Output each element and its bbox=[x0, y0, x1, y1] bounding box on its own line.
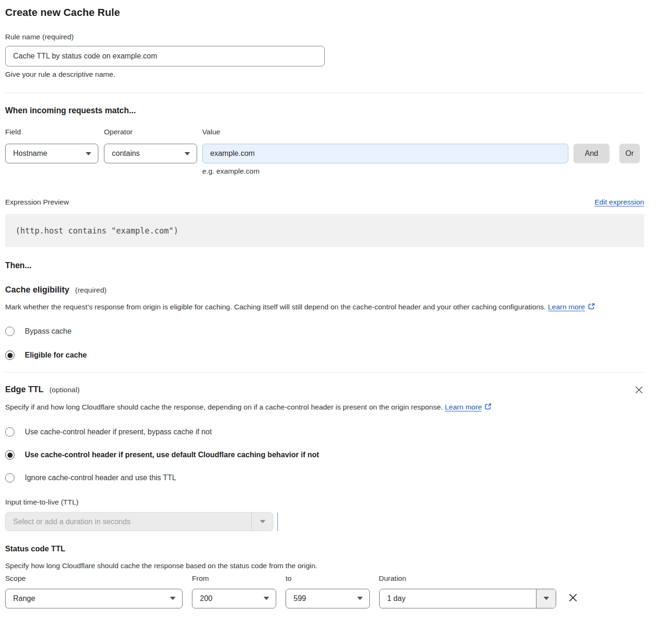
radio-selected[interactable] bbox=[5, 450, 15, 460]
divider bbox=[5, 372, 644, 373]
radio-option-use-header-bypass[interactable]: Use cache-control header if present, byp… bbox=[5, 427, 644, 437]
field-select[interactable]: Hostname bbox=[5, 144, 98, 163]
duration-select[interactable]: 1 day bbox=[379, 589, 556, 608]
then-heading: Then... bbox=[5, 261, 644, 271]
radio-label: Use cache-control header if present, use… bbox=[25, 451, 319, 459]
radio-selected[interactable] bbox=[5, 351, 15, 360]
learn-more-link[interactable]: Learn more bbox=[548, 303, 585, 311]
scope-select-value: Range bbox=[13, 594, 35, 603]
edge-ttl-description: Specify if and how long Cloudflare shoul… bbox=[5, 403, 443, 411]
expression-code-box: (http.host contains "example.com") bbox=[5, 214, 644, 247]
radio-label: Use cache-control header if present, byp… bbox=[25, 428, 212, 436]
ttl-duration-select[interactable]: Select or add a duration in seconds bbox=[5, 512, 273, 531]
divider bbox=[5, 93, 644, 93]
learn-more-link[interactable]: Learn more bbox=[445, 403, 482, 411]
chevron-down-icon bbox=[184, 152, 190, 155]
scope-label: Scope bbox=[5, 574, 192, 583]
status-code-ttl-description: Specify how long Cloudflare should cache… bbox=[5, 559, 644, 572]
chevron-down-icon bbox=[264, 597, 269, 600]
ttl-input-label: Input time-to-live (TTL) bbox=[5, 498, 644, 506]
operator-select-value: contains bbox=[112, 149, 140, 158]
value-input[interactable] bbox=[202, 144, 568, 163]
radio-option-bypass-cache[interactable]: Bypass cache bbox=[5, 327, 644, 336]
value-label: Value bbox=[202, 128, 220, 136]
scope-select[interactable]: Range bbox=[5, 589, 183, 608]
chevron-down-icon bbox=[170, 597, 176, 600]
to-label: to bbox=[286, 574, 379, 583]
from-select-value: 200 bbox=[200, 594, 213, 603]
rule-name-label: Rule name (required) bbox=[5, 33, 644, 41]
operator-select[interactable]: contains bbox=[104, 144, 197, 163]
operator-label: Operator bbox=[104, 128, 202, 136]
edit-expression-link[interactable]: Edit expression bbox=[595, 198, 644, 206]
radio-label: Eligible for cache bbox=[25, 351, 87, 359]
radio-unselected[interactable] bbox=[5, 473, 15, 483]
or-button[interactable]: Or bbox=[619, 144, 640, 163]
ttl-duration-placeholder: Select or add a duration in seconds bbox=[6, 512, 251, 531]
remove-row-icon[interactable] bbox=[567, 592, 579, 605]
expression-code: (http.host contains "example.com") bbox=[15, 226, 178, 235]
field-select-value: Hostname bbox=[13, 149, 47, 158]
radio-option-use-header-default[interactable]: Use cache-control header if present, use… bbox=[5, 450, 644, 460]
value-help: e.g. example.com bbox=[202, 167, 644, 176]
expression-preview-label: Expression Preview bbox=[5, 198, 69, 206]
cache-eligibility-description: Mark whether the request’s response from… bbox=[5, 303, 546, 311]
match-heading: When incoming requests match... bbox=[5, 106, 644, 116]
radio-unselected[interactable] bbox=[5, 327, 15, 336]
cache-eligibility-heading: Cache eligibility bbox=[5, 285, 69, 294]
chevron-down-icon bbox=[86, 152, 91, 155]
close-icon[interactable] bbox=[634, 385, 644, 396]
duration-select-value: 1 day bbox=[380, 589, 536, 608]
radio-label: Ignore cache-control header and use this… bbox=[25, 474, 176, 482]
ttl-select-focus-bar bbox=[277, 512, 278, 531]
radio-label: Bypass cache bbox=[25, 327, 72, 336]
from-label: From bbox=[192, 574, 286, 583]
radio-unselected[interactable] bbox=[5, 427, 15, 437]
edge-ttl-heading: Edge TTL bbox=[5, 385, 44, 394]
radio-option-eligible-for-cache[interactable]: Eligible for cache bbox=[5, 351, 644, 360]
rule-name-input[interactable] bbox=[5, 46, 325, 66]
page-title: Create new Cache Rule bbox=[5, 7, 644, 19]
to-select[interactable]: 599 bbox=[286, 589, 370, 608]
status-code-ttl-heading: Status code TTL bbox=[5, 544, 644, 553]
to-select-value: 599 bbox=[294, 594, 306, 603]
external-link-icon bbox=[484, 402, 492, 415]
and-button[interactable]: And bbox=[573, 144, 610, 163]
rule-name-help: Give your rule a descriptive name. bbox=[5, 70, 644, 79]
field-label: Field bbox=[5, 128, 104, 136]
from-select[interactable]: 200 bbox=[192, 589, 276, 608]
chevron-down-icon[interactable] bbox=[536, 589, 556, 608]
radio-option-ignore-header[interactable]: Ignore cache-control header and use this… bbox=[5, 473, 644, 483]
chevron-down-icon[interactable] bbox=[251, 512, 273, 531]
optional-tag: (optional) bbox=[49, 386, 80, 394]
chevron-down-icon bbox=[357, 597, 363, 600]
required-tag: (required) bbox=[75, 286, 107, 294]
external-link-icon bbox=[588, 301, 595, 315]
duration-label: Duration bbox=[379, 574, 406, 583]
